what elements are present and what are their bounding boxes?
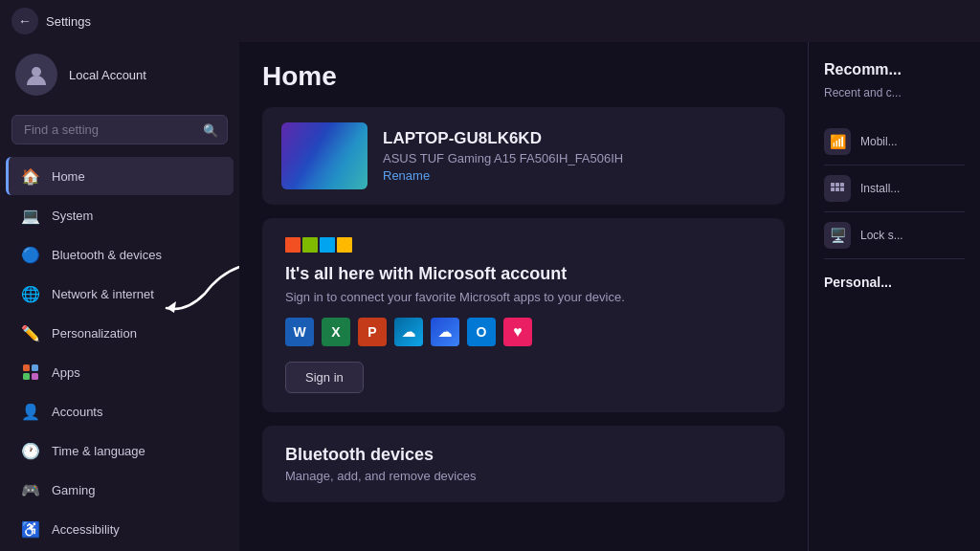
device-model: ASUS TUF Gaming A15 FA506IH_FA506IH [383,151,623,165]
search-input[interactable] [11,115,228,144]
time-icon: 🕐 [21,441,40,460]
ms-sq-red [285,237,301,253]
ms-sq-blue [320,237,335,253]
bt-card-subtitle: Manage, add, and remove devices [285,469,762,483]
recommended-subtitle: Recent and c... [824,86,965,99]
sidebar-item-label: Accessibility [52,522,120,537]
rp-item-label: Lock s... [860,229,903,242]
svg-marker-1 [167,301,176,313]
sidebar-item-label: Home [52,169,85,184]
word-icon: W [285,318,314,346]
avatar [15,54,57,96]
ms-app-icons: W X P ☁ ☁ O ♥ [285,318,762,346]
app-body: Local Account 🔍 🏠 Home 💻 System 🔵 Blueto… [0,42,980,551]
powerpoint-icon: P [358,318,387,346]
lock-screen-icon: 🖥️ [824,222,851,249]
ms-card-title: It's all here with Microsoft account [285,264,762,284]
sidebar-item-label: Network & internet [52,287,154,301]
back-icon: ← [18,13,32,29]
sidebar-item-time[interactable]: 🕐 Time & language [6,431,234,470]
svg-rect-8 [840,183,844,187]
ms-sq-yellow [337,237,352,253]
ms-logo [285,237,762,253]
sidebar-item-accessibility[interactable]: ♿ Accessibility [6,510,234,541]
svg-rect-3 [32,364,38,371]
apps-icon [21,363,40,382]
sidebar-item-label: Personalization [52,326,137,341]
search-icon: 🔍 [203,122,218,137]
svg-rect-11 [840,187,844,191]
rp-item-install[interactable]: Install... [824,165,965,212]
rp-item-label: Install... [860,182,900,195]
sidebar-item-apps[interactable]: Apps [6,353,234,391]
sidebar: Local Account 🔍 🏠 Home 💻 System 🔵 Blueto… [0,42,239,551]
mobile-icon: 📶 [824,128,851,155]
content-area: Home LAPTOP-GU8LK6KD ASUS TUF Gaming A15… [239,42,980,551]
recommended-title: Recomm... [824,61,965,78]
sidebar-item-accounts[interactable]: 👤 Accounts [6,392,234,430]
sidebar-item-home[interactable]: 🏠 Home [6,157,234,195]
svg-rect-9 [831,187,835,191]
nav-list: 🏠 Home 💻 System 🔵 Bluetooth & devices 🌐 … [0,152,239,541]
rp-item-label: Mobil... [860,135,898,148]
device-card: LAPTOP-GU8LK6KD ASUS TUF Gaming A15 FA50… [262,107,785,205]
app-title: Settings [46,14,91,29]
svg-rect-4 [23,373,30,380]
sidebar-item-label: System [52,209,93,223]
ms-account-card: It's all here with Microsoft account Sig… [262,218,785,412]
install-icon [824,175,851,202]
bluetooth-icon: 🔵 [21,245,40,264]
sidebar-item-label: Apps [52,365,80,380]
device-name: LAPTOP-GU8LK6KD [383,129,623,148]
user-section: Local Account [0,42,239,107]
device-info: LAPTOP-GU8LK6KD ASUS TUF Gaming A15 FA50… [383,129,623,183]
ms-sq-green [302,237,318,253]
user-name: Local Account [69,68,146,82]
gaming-icon: 🎮 [21,480,40,499]
sidebar-item-label: Time & language [52,444,145,458]
bluetooth-card: Bluetooth devices Manage, add, and remov… [262,426,785,502]
sidebar-item-system[interactable]: 💻 System [6,196,234,234]
home-icon: 🏠 [21,166,40,186]
personal-title: Personal... [824,275,965,290]
device-rename-link[interactable]: Rename [383,168,623,183]
svg-rect-10 [835,187,839,191]
sidebar-item-gaming[interactable]: 🎮 Gaming [6,471,234,509]
sidebar-item-personalization[interactable]: ✏️ Personalization [6,314,234,352]
main-content: Home LAPTOP-GU8LK6KD ASUS TUF Gaming A15… [239,42,808,551]
svg-rect-2 [23,364,30,371]
sidebar-item-label: Bluetooth & devices [52,248,162,262]
right-panel: Recomm... Recent and c... 📶 Mobil... Ins… [808,42,980,551]
personalization-icon: ✏️ [21,323,40,342]
cloud-icon: ☁ [431,318,459,346]
accounts-icon: 👤 [21,402,40,421]
onedrive-icon: ☁ [394,318,423,346]
ms-card-subtitle: Sign in to connect your favorite Microso… [285,290,762,304]
heart-icon: ♥ [503,318,532,346]
signin-button[interactable]: Sign in [285,362,364,393]
rp-item-lock[interactable]: 🖥️ Lock s... [824,212,965,259]
outlook-icon: O [467,318,496,346]
svg-rect-7 [835,183,839,187]
accessibility-icon: ♿ [21,519,40,539]
svg-point-0 [32,67,41,77]
excel-icon: X [322,318,350,346]
back-button[interactable]: ← [11,8,38,34]
sidebar-item-bluetooth[interactable]: 🔵 Bluetooth & devices [6,235,234,274]
svg-rect-6 [831,183,835,187]
svg-rect-5 [32,373,38,380]
system-icon: 💻 [21,206,40,225]
sidebar-item-label: Accounts [52,405,102,419]
network-icon: 🌐 [21,284,40,303]
sidebar-item-network[interactable]: 🌐 Network & internet [6,275,234,313]
device-thumbnail [281,122,368,189]
sidebar-item-label: Gaming [52,483,96,497]
page-title: Home [262,61,785,92]
bt-card-title: Bluetooth devices [285,445,762,465]
rp-item-mobile[interactable]: 📶 Mobil... [824,119,965,165]
search-box: 🔍 [11,115,228,144]
title-bar: ← Settings [0,0,980,42]
